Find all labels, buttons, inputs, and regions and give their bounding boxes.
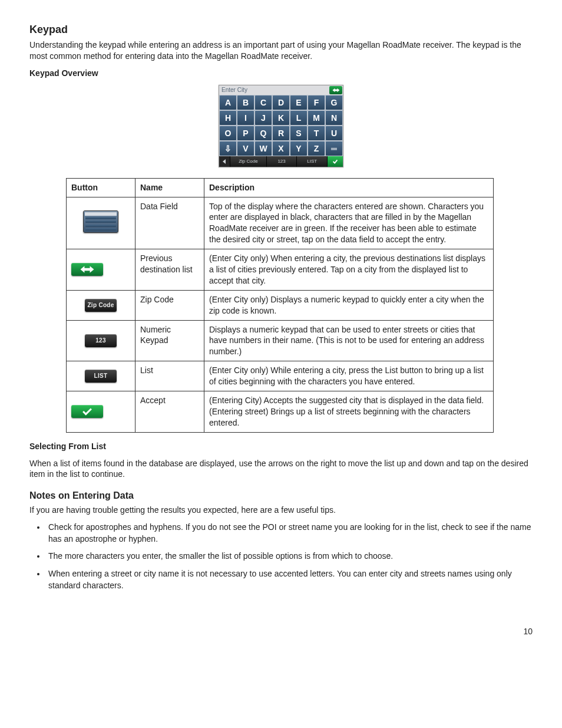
th-button: Button	[67, 178, 135, 197]
heading-notes: Notes on Entering Data	[29, 490, 533, 501]
keypad-key: M	[308, 111, 325, 125]
selecting-paragraph: When a list of items found in the databa…	[29, 458, 533, 480]
button-cell: Zip Code	[67, 290, 135, 320]
page-number: 10	[29, 627, 533, 636]
heading-keypad: Keypad	[29, 24, 533, 36]
table-row: Previous destination list(Enter City onl…	[67, 249, 494, 291]
intro-paragraph: Understanding the keypad while entering …	[29, 39, 533, 62]
tip-item: Check for apostrophes and hyphens. If yo…	[46, 522, 533, 545]
keypad-key: L	[290, 111, 307, 125]
keypad-key: W	[255, 141, 272, 156]
keypad-zip-button: Zip Code	[230, 156, 267, 167]
keypad-key: K	[273, 111, 289, 125]
keypad-key: H	[220, 111, 236, 125]
keypad-key: J	[255, 111, 272, 125]
keypad-key: ═	[326, 141, 342, 156]
table-row: LISTList(Enter City only) While entering…	[67, 361, 494, 391]
tip-item: The more characters you enter, the small…	[46, 551, 533, 562]
description-cell: (Enter City only) Displays a numeric key…	[204, 290, 494, 320]
svg-marker-1	[223, 159, 226, 164]
description-cell: Displays a numeric keypad that can be us…	[204, 320, 494, 361]
table-row: Data FieldTop of the display where the c…	[67, 197, 494, 249]
keypad-key: A	[220, 95, 236, 110]
name-cell: Previous destination list	[135, 249, 204, 291]
description-cell: Top of the display where the characters …	[204, 197, 494, 249]
keypad-key: S	[290, 126, 307, 140]
tip-item: When entering a street or city name it i…	[46, 568, 533, 591]
button-cell	[67, 391, 135, 433]
keypad-list-button: LIST	[297, 156, 328, 167]
button-cell: 123	[67, 320, 135, 361]
keypad-accept-icon	[328, 156, 343, 167]
description-cell: (Enter City only) While entering a city,…	[204, 361, 494, 391]
name-cell: Accept	[135, 391, 204, 433]
num-button-icon: 123	[85, 334, 117, 347]
tips-list: Check for apostrophes and hyphens. If yo…	[46, 522, 533, 591]
name-cell: List	[135, 361, 204, 391]
heading-selecting-from-list: Selecting From List	[29, 441, 533, 452]
keypad-key: D	[273, 95, 289, 110]
keypad-key: F	[308, 95, 325, 110]
description-cell: (Entering City) Accepts the suggested ci…	[204, 391, 494, 433]
keypad-key: P	[237, 126, 254, 140]
keypad-key: X	[273, 141, 289, 156]
prev-destination-icon	[71, 263, 103, 276]
th-description: Description	[204, 178, 494, 197]
keypad-key: Y	[290, 141, 307, 156]
keypad-key: G	[326, 95, 342, 110]
svg-marker-2	[81, 266, 94, 273]
keypad-key: O	[220, 126, 236, 140]
table-row: Zip CodeZip Code(Enter City only) Displa…	[67, 290, 494, 320]
keypad-key: Z	[308, 141, 325, 156]
keypad-key: V	[237, 141, 254, 156]
keypad-key: R	[273, 126, 289, 140]
notes-intro: If you are having trouble getting the re…	[29, 505, 533, 516]
name-cell: Numeric Keypad	[135, 320, 204, 361]
keypad-data-field: Enter City	[219, 87, 329, 93]
keypad-key: C	[255, 95, 272, 110]
keypad-back-icon	[219, 156, 230, 167]
keypad-key: U	[326, 126, 342, 140]
button-cell: LIST	[67, 361, 135, 391]
keypad-key: ⇩	[220, 141, 236, 156]
table-row: Accept(Entering City) Accepts the sugges…	[67, 391, 494, 433]
keypad-key: E	[290, 95, 307, 110]
keypad-key: T	[308, 126, 325, 140]
data-field-icon	[83, 210, 118, 233]
keypad-key: I	[237, 111, 254, 125]
heading-keypad-overview: Keypad Overview	[29, 68, 533, 79]
button-cell	[67, 197, 135, 249]
zip-button-icon: Zip Code	[85, 299, 117, 312]
keypad-key: N	[326, 111, 342, 125]
name-cell: Data Field	[135, 197, 204, 249]
keypad-key: B	[237, 95, 254, 110]
button-reference-table: Button Name Description Data FieldTop of…	[66, 178, 494, 433]
keypad-key: Q	[255, 126, 272, 140]
keypad-prev-dest-icon	[329, 86, 342, 94]
description-cell: (Enter City only) When entering a city, …	[204, 249, 494, 291]
list-button-icon: LIST	[85, 370, 117, 383]
keypad-123-button: 123	[267, 156, 297, 167]
svg-marker-0	[332, 88, 339, 91]
button-cell	[67, 249, 135, 291]
table-row: 123Numeric KeypadDisplays a numeric keyp…	[67, 320, 494, 361]
name-cell: Zip Code	[135, 290, 204, 320]
keypad-figure: Enter City ABCDEFGHIJKLMNOPQRSTU⇩VWXYZ═ …	[29, 85, 533, 167]
accept-icon	[71, 405, 103, 418]
th-name: Name	[135, 178, 204, 197]
